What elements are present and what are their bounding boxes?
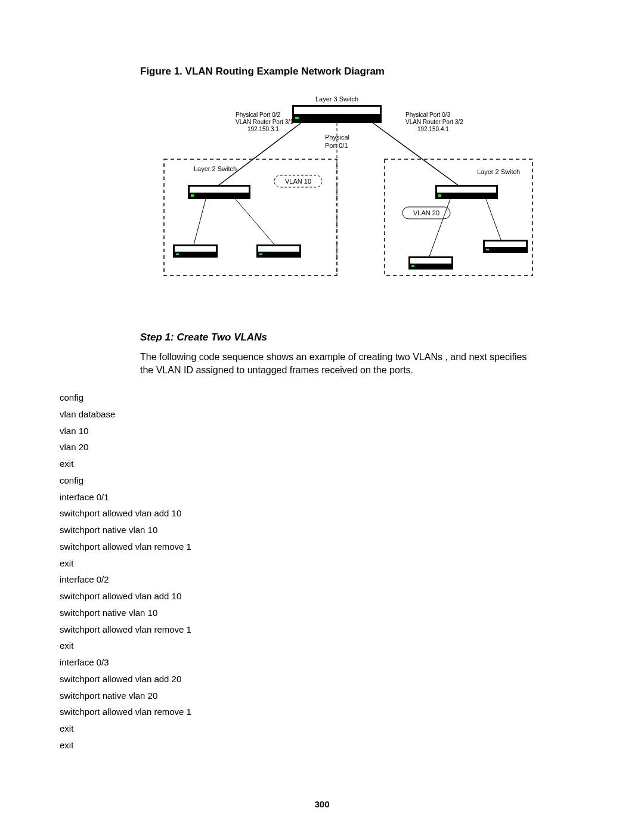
svg-line-19 [486, 199, 501, 240]
step-title: Step 1: Create Two VLANs [140, 332, 584, 343]
page-number: 300 [0, 799, 644, 809]
port-left-l2: VLAN Router Port 3/1 [236, 119, 293, 125]
code-line: switchport allowed vlan remove 1 [60, 538, 584, 555]
code-line: switchport allowed vlan add 10 [60, 588, 584, 605]
code-line: exit [60, 720, 584, 737]
code-line: switchport native vlan 10 [60, 522, 584, 538]
code-line: switchport allowed vlan remove 1 [60, 704, 584, 720]
figure-title: Figure 1. VLAN Routing Example Network D… [140, 66, 584, 78]
code-line: vlan database [60, 406, 584, 423]
port-left-l3: 192.150.3.1 [247, 126, 279, 132]
code-line: exit [60, 737, 584, 754]
code-block: config vlan database vlan 10 vlan 20 exi… [60, 389, 584, 754]
port-center-l2: Port 0/1 [325, 142, 348, 149]
port-right-l2: VLAN Router Port 3/2 [405, 119, 463, 125]
l3-switch-label: Layer 3 Switch [315, 95, 358, 103]
svg-line-18 [429, 199, 450, 256]
code-line: interface 0/3 [60, 654, 584, 671]
code-line: exit [60, 456, 584, 472]
port-left-l1: Physical Port 0/2 [236, 112, 280, 118]
code-line: switchport allowed vlan add 20 [60, 671, 584, 688]
port-right-l1: Physical Port 0/3 [405, 112, 450, 118]
step-body: The following code sequence shows an exa… [140, 351, 543, 376]
code-line: vlan 20 [60, 439, 584, 456]
diagram-svg: Layer 3 Switch Physical Port 0/2 VLAN Ro… [140, 91, 534, 299]
svg-line-16 [194, 199, 206, 244]
l2-right-label: Layer 2 Switch [477, 168, 520, 175]
svg-rect-14 [437, 187, 496, 193]
code-line: switchport allowed vlan remove 1 [60, 621, 584, 638]
code-line: config [60, 389, 584, 406]
svg-rect-22 [176, 253, 179, 255]
code-line: interface 0/2 [60, 571, 584, 588]
svg-rect-11 [190, 187, 249, 193]
code-line: switchport native vlan 20 [60, 688, 584, 704]
code-line: exit [60, 637, 584, 654]
l2-left-label: Layer 2 Switch [194, 165, 237, 172]
code-line: switchport allowed vlan add 10 [60, 505, 584, 522]
code-line: config [60, 472, 584, 489]
svg-rect-21 [175, 246, 216, 252]
network-diagram: Layer 3 Switch Physical Port 0/2 VLAN Ro… [140, 91, 534, 302]
code-line: exit [60, 555, 584, 572]
svg-rect-1 [294, 107, 380, 114]
code-line: switchport native vlan 10 [60, 605, 584, 621]
code-line: interface 0/1 [60, 489, 584, 506]
svg-rect-7 [385, 159, 532, 275]
svg-rect-12 [191, 194, 194, 197]
svg-rect-6 [164, 159, 337, 275]
page: Figure 1. VLAN Routing Example Network D… [0, 0, 644, 833]
code-line: vlan 10 [60, 423, 584, 439]
vlan10-label: VLAN 10 [285, 178, 311, 185]
svg-rect-2 [295, 117, 299, 119]
svg-line-17 [236, 199, 274, 244]
svg-rect-27 [410, 258, 451, 264]
svg-rect-31 [486, 249, 489, 250]
vlan20-label: VLAN 20 [413, 209, 439, 216]
port-right-l3: 192.150.4.1 [417, 126, 449, 132]
svg-rect-25 [259, 253, 262, 255]
svg-rect-24 [258, 246, 299, 252]
svg-rect-15 [438, 194, 441, 197]
svg-rect-30 [485, 241, 526, 247]
svg-rect-28 [411, 265, 414, 267]
